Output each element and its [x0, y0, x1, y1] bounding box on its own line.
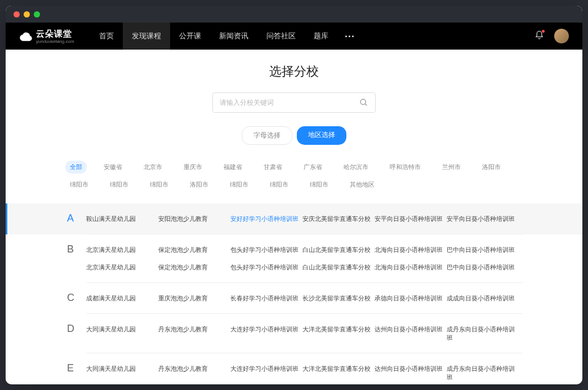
letter-row-D: D大同满天星幼儿园丹东泡泡少儿教育大连好学习小语种培训班大洋北美留学直通车分校达… [6, 314, 582, 353]
nav-item-4[interactable]: 问答社区 [257, 23, 305, 50]
svg-line-2 [365, 104, 367, 105]
school-link[interactable]: 达州向日葵小语种培训班 [375, 321, 447, 347]
svg-point-1 [360, 99, 366, 104]
user-avatar[interactable] [554, 29, 569, 43]
filter-item[interactable]: 兰州市 [438, 161, 465, 174]
nav-more-button[interactable] [337, 36, 362, 37]
filter-item[interactable]: 绵阳市 [145, 178, 173, 191]
school-group: 大同满天星幼儿园丹东泡泡少儿教育大连好学习小语种培训班大洋北美留学直通车分校达州… [86, 314, 523, 353]
nav-item-3[interactable]: 新闻资讯 [210, 23, 257, 50]
letter-row-E: E大同满天星幼儿园丹东泡泡少儿教育大连好学习小语种培训班大洋北美留学直通车分校达… [6, 353, 582, 384]
school-link[interactable]: 白山北美留学直通车分校 [302, 259, 375, 276]
school-link[interactable]: 丹东泡泡少儿教育 [158, 360, 230, 384]
school-link[interactable]: 大同满天星幼儿园 [86, 360, 158, 384]
school-link[interactable]: 大连好学习小语种培训班 [230, 360, 302, 384]
nav-item-1[interactable]: 发现课程 [123, 23, 170, 50]
letter-heading: A [67, 203, 86, 224]
filter-item[interactable]: 绵阳市 [305, 178, 333, 191]
nav-item-2[interactable]: 公开课 [170, 23, 210, 50]
school-link[interactable]: 巴中向日葵小语种培训班 [447, 259, 519, 276]
school-link[interactable]: 安平向日葵小语种培训班 [375, 210, 447, 228]
letter-heading: E [67, 353, 86, 374]
school-link[interactable]: 重庆泡泡少儿教育 [158, 290, 230, 307]
filter-item[interactable]: 洛阳市 [185, 178, 213, 191]
tab-alphabet[interactable]: 字母选择 [242, 126, 292, 145]
filter-item[interactable]: 绵阳市 [265, 178, 293, 191]
school-group: 大同满天星幼儿园丹东泡泡少儿教育大连好学习小语种培训班大洋北美留学直通车分校达州… [86, 353, 523, 384]
school-link[interactable]: 长春好学习小语种培训班 [230, 290, 302, 307]
school-link[interactable]: 安阳泡泡少儿教育 [158, 210, 230, 228]
school-link[interactable]: 大洋北美留学直通车分校 [302, 360, 375, 384]
filter-item[interactable]: 绵阳市 [105, 178, 133, 191]
letter-heading: C [67, 283, 86, 304]
letter-row-A: A鞍山满天星幼儿园安阳泡泡少儿教育安好好学习小语种培训班安庆北美留学直通车分校安… [6, 203, 582, 234]
school-link[interactable]: 白山北美留学直通车分校 [302, 241, 375, 259]
school-link[interactable]: 北京满天星幼儿园 [86, 241, 158, 259]
school-link[interactable]: 巴中向日葵小语种培训班 [447, 241, 519, 259]
school-group: 鞍山满天星幼儿园安阳泡泡少儿教育安好好学习小语种培训班安庆北美留学直通车分校安平… [86, 203, 523, 234]
school-link[interactable]: 丹东泡泡少儿教育 [158, 321, 230, 347]
filter-item[interactable]: 重庆市 [179, 161, 207, 174]
page-title: 选择分校 [6, 63, 582, 80]
filter-item[interactable]: 绵阳市 [65, 178, 93, 191]
school-link[interactable]: 包头好学习小语种培训班 [230, 241, 302, 259]
school-group: 北京满天星幼儿园保定泡泡少儿教育包头好学习小语种培训班白山北美留学直通车分校北海… [86, 234, 523, 283]
school-link[interactable]: 承德向日葵小语种培训班 [375, 290, 447, 307]
school-link[interactable]: 成丹东向日葵小语种培训班 [447, 321, 519, 347]
app-window: 云朵课堂 yunduoketang.com 首页发现课程公开课新闻资讯问答社区题… [6, 6, 582, 384]
filter-item[interactable]: 广东省 [299, 161, 327, 174]
school-link[interactable]: 成成向日葵小语种培训班 [447, 290, 519, 307]
close-window-button[interactable] [14, 11, 20, 17]
school-link[interactable]: 安平向日葵小语种培训班 [447, 210, 519, 228]
cloud-logo-icon [19, 29, 33, 43]
search-box[interactable] [212, 92, 376, 113]
school-link[interactable]: 保定泡泡少儿教育 [158, 241, 230, 259]
filter-item[interactable]: 安徽省 [99, 161, 127, 174]
school-link[interactable]: 大连好学习小语种培训班 [230, 321, 302, 347]
filter-item[interactable]: 哈尔滨市 [339, 161, 373, 174]
brand-name: 云朵课堂 [36, 29, 74, 39]
letter-row-C: C成都满天星幼儿园重庆泡泡少儿教育长春好学习小语种培训班长沙北美留学直通车分校承… [6, 283, 582, 314]
notification-bell[interactable] [534, 30, 544, 42]
school-link[interactable]: 北海向日葵小语种培训班 [375, 241, 447, 259]
school-link[interactable]: 成都满天星幼儿园 [86, 290, 158, 307]
school-link[interactable]: 北海向日葵小语种培训班 [375, 259, 447, 276]
school-link[interactable]: 达州向日葵小语种培训班 [375, 360, 447, 384]
school-link[interactable]: 大同满天星幼儿园 [86, 321, 158, 347]
window-titlebar [6, 6, 582, 23]
main-nav: 首页发现课程公开课新闻资讯问答社区题库 [90, 23, 337, 50]
search-input[interactable] [220, 99, 359, 107]
region-filters: 全部安徽省北京市重庆市福建省甘肃省广东省哈尔滨市呼和浩特市兰州市洛阳市绵阳市绵阳… [6, 161, 582, 191]
tab-region[interactable]: 地区选择 [297, 126, 346, 145]
school-link[interactable]: 大洋北美留学直通车分校 [302, 321, 375, 347]
maximize-window-button[interactable] [34, 11, 40, 17]
school-link[interactable]: 安庆北美留学直通车分校 [302, 210, 375, 228]
school-link[interactable]: 成丹东向日葵小语种培训班 [447, 360, 519, 384]
main-content: 选择分校 字母选择 地区选择 全部安徽省北京市重庆市福建省甘肃省广东省哈尔滨市呼… [6, 50, 582, 384]
school-link[interactable]: 安好好学习小语种培训班 [230, 210, 302, 228]
brand-logo[interactable]: 云朵课堂 yunduoketang.com [19, 29, 74, 44]
selection-tabs: 字母选择 地区选择 [6, 126, 582, 145]
filter-item[interactable]: 其他地区 [345, 178, 379, 191]
school-link[interactable]: 长沙北美留学直通车分校 [302, 290, 375, 307]
school-link[interactable]: 保定泡泡少儿教育 [158, 259, 230, 276]
school-group: 成都满天星幼儿园重庆泡泡少儿教育长春好学习小语种培训班长沙北美留学直通车分校承德… [86, 283, 523, 314]
filter-item[interactable]: 甘肃省 [259, 161, 287, 174]
nav-item-0[interactable]: 首页 [90, 23, 123, 50]
school-link[interactable]: 北京满天星幼儿园 [86, 259, 158, 276]
filter-item[interactable]: 绵阳市 [225, 178, 253, 191]
filter-item[interactable]: 洛阳市 [478, 161, 505, 174]
nav-item-5[interactable]: 题库 [305, 23, 337, 50]
filter-item[interactable]: 全部 [65, 161, 87, 174]
school-list: A鞍山满天星幼儿园安阳泡泡少儿教育安好好学习小语种培训班安庆北美留学直通车分校安… [6, 203, 582, 384]
school-link[interactable]: 包头好学习小语种培训班 [230, 259, 302, 276]
filter-item[interactable]: 北京市 [139, 161, 167, 174]
top-header: 云朵课堂 yunduoketang.com 首页发现课程公开课新闻资讯问答社区题… [6, 23, 582, 50]
filter-item[interactable]: 福建省 [219, 161, 247, 174]
school-link[interactable]: 鞍山满天星幼儿园 [86, 210, 158, 228]
minimize-window-button[interactable] [24, 11, 30, 17]
svg-point-0 [24, 37, 25, 38]
brand-subtitle: yunduoketang.com [36, 39, 74, 44]
filter-item[interactable]: 呼和浩特市 [385, 161, 425, 174]
letter-heading: D [67, 314, 86, 335]
